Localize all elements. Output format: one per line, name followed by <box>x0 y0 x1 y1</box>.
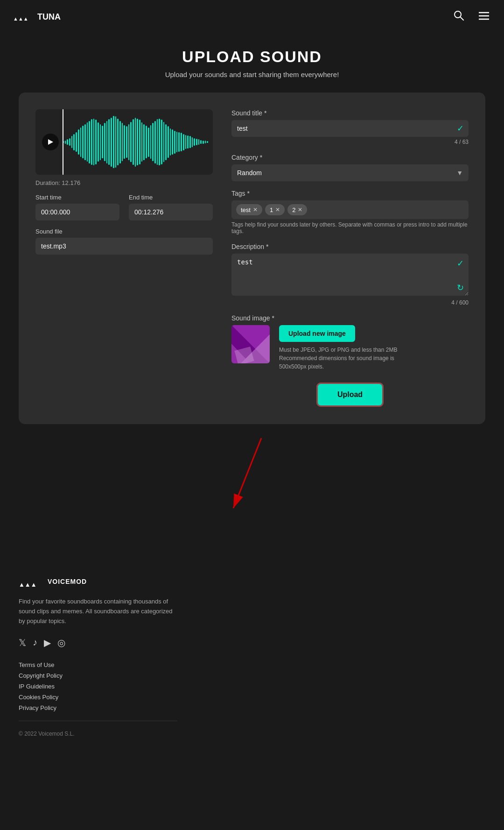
footer-copyright: © 2022 Voicemod S.L. <box>19 731 485 737</box>
arrow-annotation <box>19 424 485 522</box>
waveform-bar <box>106 121 108 163</box>
sound-file-field: Sound file <box>35 228 213 255</box>
header-icons <box>452 8 491 25</box>
waveform-bar <box>143 124 145 160</box>
logo: ▲▲▲ TUNA <box>13 10 61 23</box>
page-content: UPLOAD SOUND Upload your sounds and star… <box>0 34 504 550</box>
waveform-bar <box>159 119 160 166</box>
waveform-bar <box>71 136 73 148</box>
category-select[interactable]: Random Funny Gaming Music Effects <box>231 164 469 181</box>
start-time-label: Start time <box>35 194 119 201</box>
terms-link[interactable]: Terms of Use <box>19 661 485 668</box>
logo-text: TUNA <box>37 12 61 22</box>
category-label: Category * <box>231 154 469 161</box>
footer-description: Find your favorite soundboards containin… <box>19 597 177 626</box>
footer-links: Terms of Use Copyright Policy IP Guideli… <box>19 661 485 711</box>
waveform-player <box>35 109 213 175</box>
search-button[interactable] <box>452 8 466 25</box>
sound-title-input[interactable] <box>231 120 469 137</box>
start-time-input[interactable] <box>35 204 119 220</box>
left-column: Duration: 12.176 Start time End time Sou… <box>35 109 213 405</box>
waveform-bar <box>124 125 125 159</box>
tiktok-icon[interactable]: ♪ <box>33 637 37 648</box>
tags-container[interactable]: test ✕ 1 ✕ 2 ✕ <box>231 200 469 219</box>
waveform-bar <box>84 124 86 160</box>
menu-button[interactable] <box>477 9 491 25</box>
waveform-bar <box>172 129 173 154</box>
waveform-bar <box>170 128 171 156</box>
svg-text:▲▲▲: ▲▲▲ <box>19 581 37 588</box>
upload-button[interactable]: Upload <box>318 384 382 405</box>
tag-remove-button[interactable]: ✕ <box>298 206 302 213</box>
privacy-policy-link[interactable]: Privacy Policy <box>19 704 485 711</box>
description-textarea[interactable]: test <box>231 254 469 296</box>
tag-remove-button[interactable]: ✕ <box>275 206 280 213</box>
waveform-bar <box>100 124 101 160</box>
waveform-bar <box>178 132 180 152</box>
svg-line-14 <box>233 438 261 508</box>
refresh-icon: ↻ <box>457 283 464 293</box>
waveform-bar <box>89 121 90 163</box>
page-title: UPLOAD SOUND <box>19 48 485 66</box>
waveform-bar <box>137 119 138 166</box>
waveform-bar <box>141 122 143 162</box>
footer-logo: ▲▲▲ VOICEMOD <box>19 574 485 589</box>
waveform-background <box>35 109 213 175</box>
sound-file-input[interactable] <box>35 238 213 255</box>
upload-button-row: Upload <box>231 384 469 405</box>
waveform-bar <box>150 125 152 159</box>
svg-line-2 <box>460 17 463 20</box>
end-time-input[interactable] <box>129 204 213 220</box>
playhead-line <box>63 109 63 175</box>
footer-logo-icon: ▲▲▲ <box>19 574 43 589</box>
arrow-indicator <box>224 433 280 518</box>
right-column: Sound title * ✓ 4 / 63 Category * Random… <box>231 109 469 405</box>
waveform-bar <box>207 141 208 143</box>
card-inner: Duration: 12.176 Start time End time Sou… <box>35 109 469 405</box>
description-label: Description * <box>231 243 469 250</box>
header: ▲▲▲ TUNA <box>0 0 504 34</box>
waveform-bar <box>115 116 117 167</box>
waveform-bar <box>108 119 110 165</box>
discord-icon[interactable]: ◎ <box>57 637 65 648</box>
sound-image-info: Upload new image Must be JPEG, JPG or PN… <box>279 325 469 371</box>
waveform-bar <box>161 120 162 164</box>
waveform-bar <box>152 123 154 161</box>
sound-thumbnail <box>231 325 270 363</box>
waveform-bar <box>174 131 175 154</box>
textarea-icons: ✓ <box>457 258 464 269</box>
waveform-bar <box>187 135 189 149</box>
sound-title-label: Sound title * <box>231 109 469 117</box>
copyright-policy-link[interactable]: Copyright Policy <box>19 672 485 679</box>
sound-title-group: Sound title * ✓ 4 / 63 <box>231 109 469 145</box>
waveform-bar <box>168 126 169 157</box>
page-subtitle: Upload your sounds and start sharing the… <box>19 71 485 78</box>
sound-file-label: Sound file <box>35 228 213 235</box>
start-time-field: Start time <box>35 194 119 220</box>
waveform-bar <box>80 128 82 157</box>
play-button[interactable] <box>42 134 59 150</box>
cookies-policy-link[interactable]: Cookies Policy <box>19 694 485 701</box>
upload-new-image-button[interactable]: Upload new image <box>279 325 355 342</box>
tag-chip: 1 ✕ <box>265 204 285 215</box>
waveform-bar <box>165 124 167 160</box>
twitter-icon[interactable]: 𝕏 <box>19 637 26 648</box>
waveform-bar <box>104 123 105 161</box>
social-icons: 𝕏 ♪ ▶ ◎ <box>19 637 485 648</box>
hamburger-icon <box>479 12 489 20</box>
youtube-icon[interactable]: ▶ <box>44 637 51 648</box>
waveform-bar <box>185 135 187 149</box>
image-requirements-text: Must be JPEG, JPG or PNG and less than 2… <box>279 346 469 371</box>
waveform-bar <box>65 141 66 144</box>
tag-remove-button[interactable]: ✕ <box>253 206 258 213</box>
tags-help-text: Tags help find your sounds later by othe… <box>231 221 469 234</box>
waveform-bar <box>139 120 140 164</box>
sound-title-char-count: 4 / 63 <box>231 139 469 145</box>
ip-guidelines-link[interactable]: IP Guidelines <box>19 683 485 690</box>
waveform-bar <box>93 119 95 166</box>
waveform-bar <box>117 119 119 166</box>
sound-title-check-icon: ✓ <box>457 123 464 134</box>
waveform-bar <box>78 129 79 154</box>
waveform-bar <box>192 137 193 147</box>
waveform-bar <box>113 116 114 168</box>
